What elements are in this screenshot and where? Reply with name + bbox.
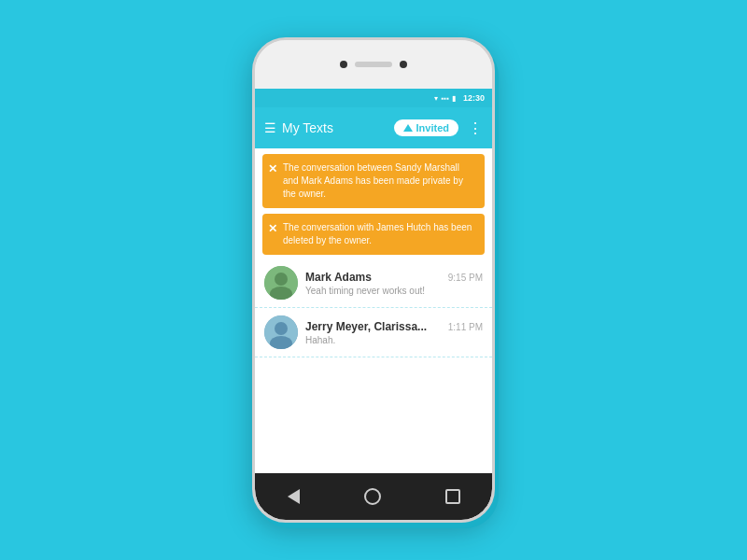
conversation-item-2[interactable]: Jerry Meyer, Clarissa... 1:11 PM Hahah. [255, 308, 492, 357]
close-icon-2[interactable]: ✕ [268, 222, 277, 235]
invited-icon [403, 124, 413, 132]
conv-name-1: Mark Adams [305, 271, 372, 284]
svg-point-4 [275, 322, 288, 335]
close-icon-1[interactable]: ✕ [268, 162, 277, 175]
conversation-item-1[interactable]: Mark Adams 9:15 PM Yeah timing never wor… [255, 259, 492, 308]
recent-apps-button[interactable] [445, 489, 460, 504]
back-button[interactable] [288, 489, 300, 504]
bottom-nav [255, 473, 492, 520]
menu-icon[interactable]: ☰ [264, 120, 276, 135]
camera-dot-left [340, 61, 347, 68]
signal-icon: ▪▪▪ [441, 94, 449, 103]
camera-dot-right [400, 61, 407, 68]
notification-text-1: The conversation between Sandy Marshall … [283, 161, 477, 201]
conv-time-1: 9:15 PM [448, 273, 483, 283]
conv-info-2: Jerry Meyer, Clarissa... 1:11 PM Hahah. [305, 320, 483, 345]
app-title: My Texts [282, 120, 388, 135]
top-bezel [255, 40, 492, 89]
speaker [355, 62, 392, 67]
status-bar: ▾ ▪▪▪ ▮ 12:30 [255, 89, 492, 107]
notification-1: ✕ The conversation between Sandy Marshal… [262, 154, 485, 208]
conv-header-1: Mark Adams 9:15 PM [305, 271, 483, 284]
notification-2: ✕ The conversation with James Hutch has … [262, 214, 485, 255]
svg-point-1 [275, 273, 288, 286]
home-button[interactable] [364, 488, 381, 505]
conv-info-1: Mark Adams 9:15 PM Yeah timing never wor… [305, 271, 483, 296]
conv-header-2: Jerry Meyer, Clarissa... 1:11 PM [305, 320, 483, 333]
invited-button[interactable]: Invited [394, 119, 458, 136]
avatar-1 [264, 266, 298, 300]
avatar-image-2 [264, 315, 298, 349]
avatar-image-1 [264, 266, 298, 300]
notification-text-2: The conversation with James Hutch has be… [283, 221, 477, 247]
screen: ▾ ▪▪▪ ▮ 12:30 ☰ My Texts Invited ⋮ ✕ The… [255, 89, 492, 473]
conv-preview-2: Hahah. [305, 335, 483, 345]
conv-preview-1: Yeah timing never works out! [305, 286, 483, 296]
conv-time-2: 1:11 PM [448, 322, 483, 332]
battery-icon: ▮ [452, 94, 456, 103]
wifi-icon: ▾ [434, 94, 438, 103]
app-bar: ☰ My Texts Invited ⋮ [255, 107, 492, 148]
invited-label: Invited [416, 122, 449, 133]
conv-name-2: Jerry Meyer, Clarissa... [305, 320, 427, 333]
more-options-icon[interactable]: ⋮ [468, 119, 483, 137]
avatar-2 [264, 315, 298, 349]
phone-shell: ▾ ▪▪▪ ▮ 12:30 ☰ My Texts Invited ⋮ ✕ The… [252, 37, 495, 523]
status-time: 12:30 [463, 93, 485, 103]
status-icons: ▾ ▪▪▪ ▮ [434, 94, 456, 103]
conversation-list: Mark Adams 9:15 PM Yeah timing never wor… [255, 255, 492, 473]
